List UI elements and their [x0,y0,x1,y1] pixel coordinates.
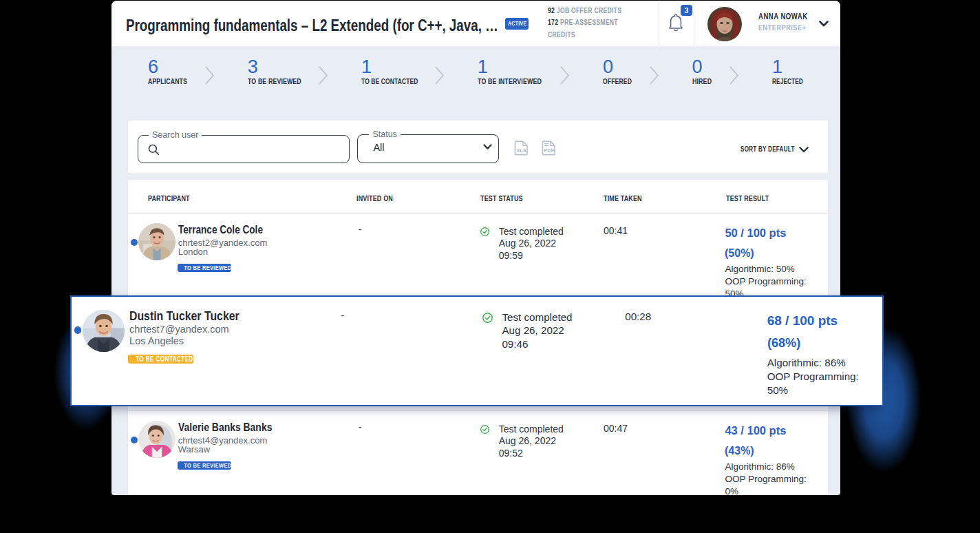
svg-text:PDF: PDF [544,147,555,154]
svg-text:XLS: XLS [516,147,526,154]
